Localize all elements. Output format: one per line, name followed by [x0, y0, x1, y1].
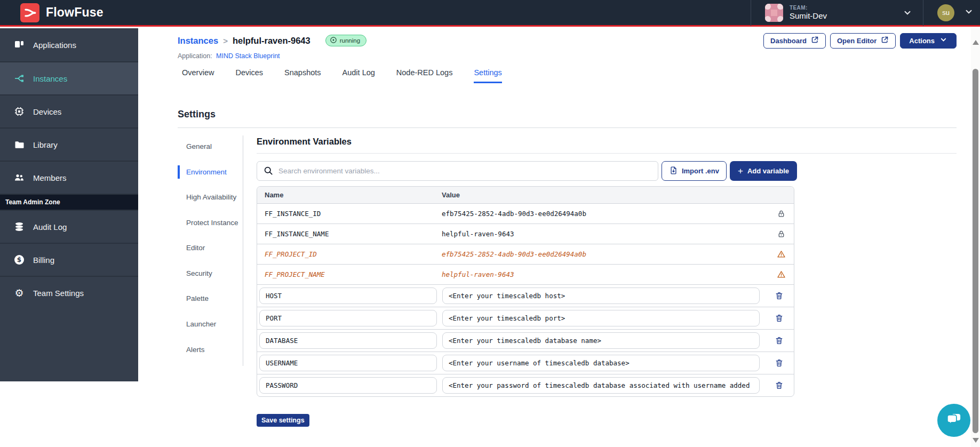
var-name-input[interactable]: [259, 310, 437, 326]
var-value-input[interactable]: [442, 332, 760, 349]
var-value: efb75425-2852-4adb-90d3-ee0d26494a0b: [442, 250, 768, 258]
settings-nav-alerts[interactable]: Alerts: [178, 343, 239, 357]
delete-variable-button[interactable]: [764, 381, 794, 390]
application-line: Application: MIND Stack Blueprint: [178, 52, 957, 60]
scroll-up-arrow[interactable]: [973, 40, 979, 45]
sidebar-item-label: Members: [33, 173, 67, 182]
delete-variable-button[interactable]: [764, 314, 794, 323]
settings-nav: General Environment High Availability Pr…: [178, 135, 243, 427]
var-value-input[interactable]: [442, 288, 760, 304]
var-value: helpful-raven-9643: [442, 230, 768, 238]
dashboard-button[interactable]: Dashboard: [763, 33, 826, 49]
application-link[interactable]: MIND Stack Blueprint: [216, 52, 280, 60]
scrollbar-thumb[interactable]: [973, 69, 978, 433]
var-name: FF_PROJECT_NAME: [265, 270, 442, 278]
chat-icon: [945, 411, 963, 430]
sidebar-item-label: Audit Log: [33, 222, 67, 232]
settings-nav-high-availability[interactable]: High Availability: [178, 190, 239, 204]
actions-button[interactable]: Actions: [900, 33, 957, 49]
column-value: Value: [442, 191, 768, 199]
var-value-input[interactable]: [442, 355, 760, 371]
delete-variable-button[interactable]: [764, 336, 794, 345]
settings-nav-launcher[interactable]: Launcher: [178, 317, 239, 331]
folder-icon: [13, 139, 25, 150]
var-value: efb75425-2852-4adb-90d3-ee0d26494a0b: [442, 210, 768, 218]
actions-label: Actions: [909, 37, 935, 45]
var-value-input[interactable]: [442, 377, 760, 394]
scroll-down-arrow[interactable]: [973, 438, 979, 443]
brand-name: FlowFuse: [46, 5, 103, 20]
delete-variable-button[interactable]: [764, 291, 794, 300]
settings-title: Settings: [178, 109, 957, 120]
var-name-input[interactable]: [259, 377, 437, 394]
save-settings-button[interactable]: Save settings: [257, 414, 309, 427]
external-link-icon: [881, 36, 889, 45]
team-name: Sumit-Dev: [790, 11, 827, 20]
sidebar-item-members[interactable]: Members: [0, 161, 138, 194]
open-editor-button[interactable]: Open Editor: [830, 33, 896, 49]
table-row: FF_PROJECT_NAME helpful-raven-9643: [257, 265, 794, 285]
settings-nav-general[interactable]: General: [178, 140, 239, 154]
delete-variable-button[interactable]: [764, 358, 794, 368]
breadcrumb-instances-link[interactable]: Instances: [178, 36, 218, 46]
user-menu[interactable]: su: [923, 0, 980, 25]
sidebar-item-devices[interactable]: Devices: [0, 94, 138, 127]
import-env-button[interactable]: Import .env: [662, 161, 727, 181]
warning-icon: [768, 250, 794, 259]
var-name: FF_INSTANCE_ID: [265, 210, 442, 218]
warning-icon: [768, 270, 794, 279]
tab-settings[interactable]: Settings: [474, 68, 501, 83]
sidebar-item-label: Billing: [33, 256, 54, 265]
status-badge: running: [325, 35, 366, 46]
add-variable-button[interactable]: + Add variable: [730, 161, 797, 181]
chevron-down-icon: [903, 8, 912, 18]
chat-widget-button[interactable]: [937, 404, 970, 437]
settings-nav-editor[interactable]: Editor: [178, 241, 239, 255]
settings-nav-protect-instance[interactable]: Protect Instance: [178, 216, 239, 230]
chevron-down-icon: [939, 36, 947, 45]
var-value-input[interactable]: [442, 310, 760, 326]
members-icon: [13, 172, 25, 183]
settings-nav-environment[interactable]: Environment: [178, 165, 239, 179]
svg-text:$: $: [17, 256, 21, 264]
sidebar-item-library[interactable]: Library: [0, 127, 138, 161]
instance-tabs: Overview Devices Snapshots Audit Log Nod…: [178, 68, 957, 83]
var-name: FF_INSTANCE_NAME: [265, 230, 442, 238]
table-row: [257, 285, 794, 307]
var-name-input[interactable]: [259, 332, 437, 349]
settings-nav-security[interactable]: Security: [178, 267, 239, 281]
team-selector[interactable]: TEAM: Sumit-Dev: [751, 0, 923, 25]
application-label: Application:: [178, 52, 212, 60]
plus-icon: +: [738, 166, 743, 175]
sidebar-item-audit-log[interactable]: Audit Log: [0, 210, 138, 243]
var-name-input[interactable]: [259, 355, 437, 371]
database-icon: [13, 221, 25, 232]
tab-node-red-logs[interactable]: Node-RED Logs: [396, 68, 453, 83]
flowfuse-logo-icon[interactable]: [20, 3, 39, 22]
sidebar-item-label: Devices: [33, 107, 61, 116]
dashboard-label: Dashboard: [770, 37, 807, 45]
sidebar-item-applications[interactable]: Applications: [0, 28, 138, 61]
settings-nav-palette[interactable]: Palette: [178, 292, 239, 306]
settings-divider: [178, 127, 957, 128]
sidebar-item-team-settings[interactable]: ⚙ Team Settings: [0, 276, 138, 309]
table-row: FF_PROJECT_ID efb75425-2852-4adb-90d3-ee…: [257, 244, 794, 265]
table-row: FF_INSTANCE_NAME helpful-raven-9643: [257, 224, 794, 244]
tab-devices[interactable]: Devices: [235, 68, 263, 83]
var-name-input[interactable]: [259, 288, 437, 304]
sidebar-item-label: Instances: [33, 74, 67, 83]
sidebar-item-instances[interactable]: Instances: [0, 61, 138, 94]
column-name: Name: [265, 191, 442, 199]
sidebar-item-billing[interactable]: $ Billing: [0, 243, 138, 276]
tab-snapshots[interactable]: Snapshots: [284, 68, 321, 83]
environment-title: Environment Variables: [257, 135, 957, 147]
tab-overview[interactable]: Overview: [182, 68, 214, 83]
sidebar-item-label: Team Settings: [33, 289, 84, 298]
environment-toolbar: Import .env + Add variable: [257, 161, 797, 181]
tab-audit-log[interactable]: Audit Log: [342, 68, 375, 83]
search-input[interactable]: [257, 161, 658, 181]
chip-icon: [13, 106, 25, 117]
environment-panel: Environment Variables: [257, 135, 957, 427]
team-avatar: [765, 4, 783, 22]
dollar-icon: $: [13, 254, 25, 265]
